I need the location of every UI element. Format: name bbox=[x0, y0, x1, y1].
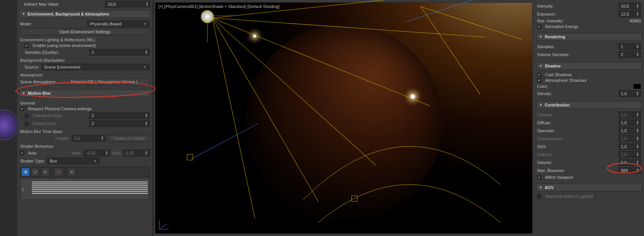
cast-shadows-checkbox[interactable] bbox=[537, 73, 541, 77]
samples-quality-spinner[interactable]: 1▲▼ bbox=[89, 49, 150, 56]
helper-line bbox=[421, 6, 522, 39]
max-bounces-spinner[interactable]: 999▲▼ bbox=[618, 167, 641, 174]
open-env-settings-button[interactable]: Open Environment Settings bbox=[20, 28, 150, 35]
camera-helper[interactable] bbox=[351, 195, 357, 202]
length-label: Length: bbox=[55, 136, 69, 141]
rendering-rollout-header[interactable]: ▼ Rendering bbox=[536, 33, 642, 41]
indirect-max-spinner[interactable]: 10,0▲▼ bbox=[105, 1, 150, 8]
aov-rollout-header[interactable]: ▼ AOV bbox=[536, 184, 642, 191]
sss-contrib-spinner[interactable]: 1,0▲▼ bbox=[618, 143, 641, 150]
enable-ibl-checkbox[interactable] bbox=[25, 44, 29, 48]
end-spinner: 0,25▲▼ bbox=[123, 150, 150, 156]
samples-quality-label: Samples (Quality): bbox=[25, 50, 59, 55]
diffuse-contrib-spinner[interactable]: 1,0▲▼ bbox=[618, 119, 641, 126]
move-tool-button[interactable]: ✥ bbox=[21, 168, 30, 176]
shadow-color-label: Color: bbox=[537, 84, 548, 89]
x-axis-icon bbox=[159, 229, 169, 230]
shadow-density-spinner[interactable]: 1,0▲▼ bbox=[618, 90, 641, 97]
scene-atmos-button[interactable]: Material #25 ( Atmosphere Volume ) bbox=[59, 78, 150, 85]
rendering-title: Rendering bbox=[545, 34, 565, 39]
volume-contrib-label: Volume: bbox=[537, 160, 552, 165]
world-axis-widget bbox=[159, 214, 174, 230]
light-properties-panel: Intensity: 10,0▲▼ Exposure: 12,0▲▼ Res. … bbox=[534, 0, 644, 236]
camera-helper[interactable] bbox=[187, 154, 193, 160]
skydome-label: Skydome Indirect Lighting bbox=[545, 194, 593, 198]
chevron-down-icon: ▼ bbox=[539, 103, 542, 107]
length-spinner: 0,5▲▼ bbox=[72, 135, 106, 142]
transform-keys-label: Transform Keys bbox=[33, 113, 62, 118]
skydome-checkbox[interactable] bbox=[537, 194, 541, 198]
ibl-group-label: Environment Lighting & Reflections (IBL) bbox=[20, 38, 150, 42]
curve-toolbar: ✥ ⤢ ∿ ✕ ≡ bbox=[20, 167, 150, 177]
start-label: Start: bbox=[71, 151, 81, 155]
backplate-group-label: Background (Backplate) bbox=[20, 58, 150, 63]
chevron-down-icon: ▼ bbox=[143, 22, 147, 26]
auto-checkbox[interactable] bbox=[20, 151, 24, 155]
volume-samples-spinner[interactable]: 2▲▼ bbox=[618, 51, 641, 58]
contribution-rollout-header[interactable]: ▼ Contribution bbox=[536, 101, 642, 109]
shadow-color-swatch[interactable] bbox=[633, 84, 641, 89]
intensity-spinner[interactable]: 10,0▲▼ bbox=[618, 3, 641, 9]
exposure-spinner[interactable]: 12,0▲▼ bbox=[618, 11, 641, 17]
shadow-rollout-header[interactable]: ▼ Shadow bbox=[536, 62, 642, 70]
samples-spinner[interactable]: 1▲▼ bbox=[618, 43, 641, 50]
indirect-max-label: Indirect Max Value: bbox=[24, 2, 59, 6]
motion-blur-rollout-header[interactable]: ▼ Motion Blur bbox=[19, 89, 150, 97]
atmo-shadows-label: Atmospheric Shadows bbox=[545, 78, 586, 83]
env-rollout-title: Environment, Background & Atmosphere bbox=[28, 12, 109, 16]
chevron-down-icon: ▼ bbox=[22, 12, 25, 16]
helper-line bbox=[406, 0, 514, 22]
render-settings-panel: Indirect Max Value: 10,0▲▼ ▼ Environment… bbox=[17, 0, 154, 236]
aov-title: AOV bbox=[545, 185, 554, 190]
specular-contrib-spinner[interactable]: 1,0▲▼ bbox=[618, 127, 641, 134]
samples-label: Samples: bbox=[537, 44, 555, 49]
y-axis-icon bbox=[159, 220, 160, 230]
options-button[interactable]: ≡ bbox=[67, 168, 76, 176]
indirect-contrib-spinner: 1,0▲▼ bbox=[618, 151, 641, 158]
res-intensity-value: 40960 bbox=[618, 19, 641, 23]
transform-keys-spinner[interactable]: 2▲▼ bbox=[89, 112, 150, 119]
transmission-contrib-label: Transmission: bbox=[537, 136, 563, 141]
deform-keys-spinner[interactable]: 2▲▼ bbox=[89, 120, 150, 127]
volume-contrib-spinner[interactable]: 0,0▲▼ bbox=[618, 159, 641, 166]
normalize-energy-label: Normalize Energy bbox=[545, 24, 578, 29]
specular-contrib-label: Specular: bbox=[537, 128, 555, 133]
mode-dropdown[interactable]: Physically-Based▼ bbox=[87, 20, 150, 27]
chevron-down-icon: ▼ bbox=[93, 159, 97, 163]
general-label: General bbox=[20, 101, 150, 105]
res-intensity-label: Res. Intensity: bbox=[537, 19, 564, 23]
scale-tool-button[interactable]: ⤢ bbox=[31, 168, 39, 176]
shutter-type-dropdown[interactable]: Box▼ bbox=[47, 158, 100, 164]
y-axis-arrow[interactable] bbox=[207, 23, 208, 42]
env-rollout-header[interactable]: ▼ Environment, Background & Atmosphere bbox=[19, 10, 150, 18]
chevron-down-icon: ▼ bbox=[539, 186, 542, 189]
source-label: Source: bbox=[25, 65, 39, 69]
shadow-title: Shadow bbox=[545, 64, 561, 68]
sss-contrib-label: SSS: bbox=[537, 144, 547, 149]
shutter-curve-editor[interactable]: 1 bbox=[20, 178, 150, 200]
affect-viewport-checkbox[interactable] bbox=[537, 175, 541, 180]
viewport[interactable]: [+] [PhysCamera001] [ActiveShade + Stand… bbox=[155, 2, 533, 234]
viewport-label[interactable]: [+] [PhysCamera001] [ActiveShade + Stand… bbox=[158, 4, 279, 9]
respect-cam-checkbox[interactable] bbox=[20, 107, 24, 111]
tangent-tool-button[interactable]: ∿ bbox=[41, 168, 49, 176]
shadow-density-label: Density: bbox=[537, 91, 552, 96]
source-dropdown[interactable]: Scene Environment▼ bbox=[41, 64, 150, 70]
transmission-contrib-spinner: 1,0▲▼ bbox=[618, 135, 641, 142]
deform-keys-label: Deform Keys bbox=[33, 121, 57, 126]
chevron-down-icon: ▼ bbox=[539, 64, 542, 68]
deform-keys-checkbox[interactable] bbox=[25, 122, 29, 126]
intensity-label: Intensity: bbox=[537, 4, 554, 8]
transform-keys-checkbox[interactable] bbox=[25, 114, 29, 118]
light-gizmo[interactable] bbox=[201, 10, 214, 23]
affect-viewport-label: Affect Viewport bbox=[545, 175, 573, 180]
exposure-label: Exposure: bbox=[537, 12, 556, 16]
chevron-down-icon: ▼ bbox=[22, 91, 25, 95]
delete-key-button[interactable]: ✕ bbox=[54, 168, 63, 176]
scene-atmos-label: Scene Atmosphere: bbox=[20, 80, 56, 84]
atmo-shadows-checkbox[interactable] bbox=[537, 78, 541, 83]
normalize-energy-checkbox[interactable] bbox=[537, 25, 541, 29]
camera-contrib-label: Camera: bbox=[537, 113, 553, 117]
enable-ibl-label: Enable (using scene environment) bbox=[33, 43, 96, 48]
volume-samples-label: Volume Samples: bbox=[537, 52, 570, 57]
